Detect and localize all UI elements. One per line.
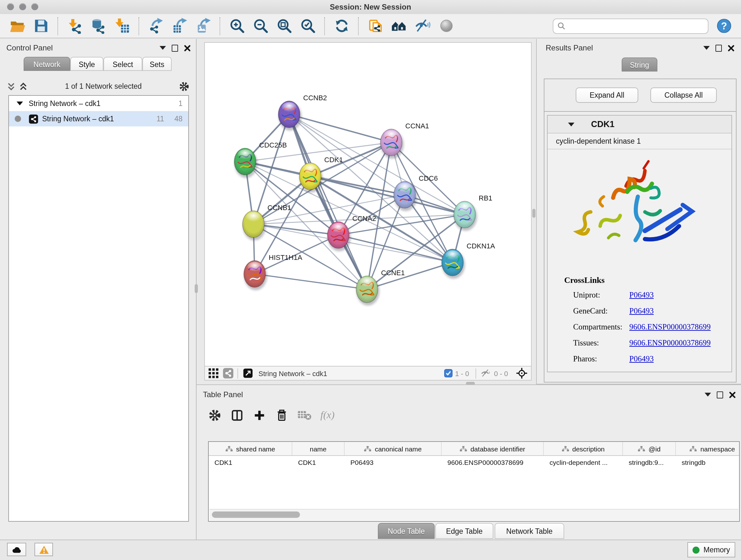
hide-graphics-details-icon[interactable] xyxy=(413,16,432,36)
string-view-icon[interactable] xyxy=(223,368,233,379)
tab-network-table[interactable]: Network Table xyxy=(495,523,564,539)
tab-string[interactable]: String xyxy=(622,57,657,71)
shared-column-icon xyxy=(364,445,372,452)
crosslinks-section: CrossLinks Uniprot:P06493GeneCard:P06493… xyxy=(548,275,731,370)
memory-button[interactable]: Memory xyxy=(687,542,735,557)
export-table-icon[interactable] xyxy=(170,16,189,36)
collection-expander-icon[interactable] xyxy=(17,102,23,105)
crosslink-value-link[interactable]: P06493 xyxy=(629,307,654,316)
panel-menu-icon[interactable] xyxy=(159,46,166,50)
panel-close-icon[interactable] xyxy=(729,391,736,398)
crosslink-value-link[interactable]: 9606.ENSP00000378699 xyxy=(629,338,711,348)
zoom-selected-icon[interactable] xyxy=(298,16,317,36)
panel-close-icon[interactable] xyxy=(184,44,191,51)
panel-close-icon[interactable] xyxy=(728,44,735,51)
network-node-CCNB2[interactable] xyxy=(278,101,301,131)
network-node-HIST1H1A[interactable] xyxy=(244,260,267,290)
left-splitter-handle[interactable] xyxy=(195,284,198,293)
cloud-status-button[interactable] xyxy=(7,543,26,556)
network-node-CCNA1[interactable] xyxy=(381,129,404,159)
crosslink-value-link[interactable]: 9606.ENSP00000378699 xyxy=(629,322,711,332)
panel-menu-icon[interactable] xyxy=(704,393,711,396)
column-header-database-identifier[interactable]: database identifier xyxy=(442,442,544,455)
network-grid-view-icon[interactable] xyxy=(208,368,219,379)
table-panel: Table Panel f(x) shared namenamecanonica… xyxy=(197,384,741,540)
column-header-canonical-name[interactable]: canonical name xyxy=(345,442,442,455)
column-header-id[interactable]: @id xyxy=(623,442,676,455)
column-header-shared-name[interactable]: shared name xyxy=(209,442,292,455)
import-network-database-icon[interactable] xyxy=(89,16,108,36)
tab-select[interactable]: Select xyxy=(104,57,142,71)
table-horizontal-scrollbar[interactable] xyxy=(209,509,738,520)
export-network-icon[interactable] xyxy=(146,16,165,36)
network-node-CCNA2[interactable] xyxy=(327,222,351,251)
collapse-all-button[interactable]: Collapse All xyxy=(650,87,717,103)
panel-float-icon[interactable] xyxy=(716,44,722,51)
apply-layout-icon[interactable] xyxy=(332,16,351,36)
network-node-CDKN1A[interactable] xyxy=(442,249,465,279)
open-file-icon[interactable] xyxy=(8,16,27,36)
search-input[interactable] xyxy=(565,19,704,32)
network-collection-row[interactable]: String Network – cdk1 1 xyxy=(9,96,188,111)
collapse-all-tree-icon[interactable] xyxy=(6,81,16,91)
warnings-button[interactable] xyxy=(35,543,53,556)
close-window-icon[interactable] xyxy=(7,3,14,10)
tab-sets[interactable]: Sets xyxy=(142,57,172,71)
level-of-detail-icon[interactable] xyxy=(436,16,456,36)
tab-node-table[interactable]: Node Table xyxy=(378,523,434,539)
clone-network-icon[interactable] xyxy=(366,16,385,36)
search-field[interactable] xyxy=(553,18,709,34)
panel-menu-icon[interactable] xyxy=(703,46,710,50)
gene-expander-icon[interactable] xyxy=(568,122,575,126)
zoom-window-icon[interactable] xyxy=(31,3,38,10)
column-header-name[interactable]: name xyxy=(292,442,345,455)
table-settings-gear-icon[interactable] xyxy=(208,408,221,422)
column-label: @id xyxy=(649,445,661,452)
node-label-CCNB2: CCNB2 xyxy=(303,94,327,102)
network-canvas[interactable]: CCNB2CCNA1CDC25BCDK1CDC6RB1CCNB1CCNA2CDK… xyxy=(204,42,532,367)
show-columns-icon[interactable] xyxy=(230,408,244,422)
selected-checkbox-icon[interactable] xyxy=(444,369,453,377)
network-node-CCNE1[interactable] xyxy=(356,276,380,306)
gene-card-header[interactable]: CDK1 xyxy=(548,116,731,133)
zoom-fit-icon[interactable] xyxy=(274,16,293,36)
expand-all-tree-icon[interactable] xyxy=(18,81,28,91)
network-node-RB1[interactable] xyxy=(454,201,477,231)
panel-float-icon[interactable] xyxy=(172,44,178,51)
minimize-window-icon[interactable] xyxy=(19,3,26,10)
crosslink-value-link[interactable]: P06493 xyxy=(629,291,654,300)
crosslink-row: Tissues:9606.ENSP00000378699 xyxy=(573,338,731,348)
scrollbar-thumb[interactable] xyxy=(212,511,300,518)
network-edge-CDKN1A-CCNE1[interactable] xyxy=(367,262,453,289)
birds-eye-toggle-icon[interactable] xyxy=(516,367,528,379)
help-icon[interactable]: ? xyxy=(716,18,732,34)
network-options-gear-icon[interactable] xyxy=(179,81,190,91)
import-network-file-icon[interactable] xyxy=(65,16,84,36)
zoom-out-icon[interactable] xyxy=(251,16,270,36)
export-image-icon[interactable] xyxy=(193,16,212,36)
table-row[interactable]: CDK1CDK1P064939606.ENSP00000378699cyclin… xyxy=(209,456,739,469)
zoom-in-icon[interactable] xyxy=(227,16,246,36)
delete-columns-icon[interactable] xyxy=(275,408,288,422)
tab-style[interactable]: Style xyxy=(70,57,104,71)
create-column-icon[interactable] xyxy=(253,408,266,422)
tab-network[interactable]: Network xyxy=(23,57,70,71)
network-node-CCNB1[interactable] xyxy=(243,211,266,240)
panel-float-icon[interactable] xyxy=(717,391,723,398)
column-header-namespace[interactable]: namespace xyxy=(676,442,740,455)
network-row-selected[interactable]: String Network – cdk1 11 48 xyxy=(9,111,188,126)
detach-view-icon[interactable] xyxy=(243,368,253,379)
network-tree: String Network – cdk1 1 String Network –… xyxy=(8,95,189,522)
expand-all-button[interactable]: Expand All xyxy=(576,87,638,103)
save-session-icon[interactable] xyxy=(31,16,51,36)
node-label-CDKN1A: CDKN1A xyxy=(467,242,495,250)
network-node-CDK1[interactable] xyxy=(299,163,323,192)
tab-edge-table[interactable]: Edge Table xyxy=(435,523,493,539)
column-header-description[interactable]: description xyxy=(544,442,623,455)
network-edge-HIST1H1A-CCNE1[interactable] xyxy=(255,274,367,289)
right-splitter-handle[interactable] xyxy=(532,209,536,218)
import-table-icon[interactable] xyxy=(112,16,131,36)
network-edge-count: 48 xyxy=(174,115,183,123)
network-home-icon[interactable] xyxy=(389,16,408,36)
crosslink-value-link[interactable]: P06493 xyxy=(629,354,654,364)
